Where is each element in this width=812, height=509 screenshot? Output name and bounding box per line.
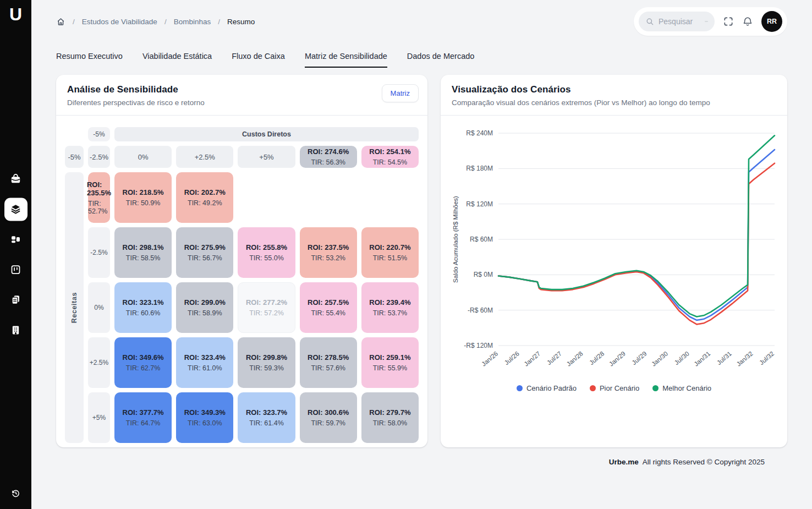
matrix-cell-roi: ROI: 254.1% — [369, 147, 410, 156]
legend-label: Cenário Padrão — [526, 384, 577, 392]
matrix-cell-roi: ROI: 323.4% — [184, 353, 226, 362]
svg-text:R$ 240M: R$ 240M — [466, 129, 493, 137]
matrix-cell[interactable]: ROI: 235.5%TIR: 52.7% — [88, 172, 110, 223]
matrix-cell-tir: TIR: 55.9% — [373, 364, 408, 372]
sidebar-item layers-icon[interactable] — [4, 198, 28, 221]
search-input[interactable] — [659, 17, 700, 26]
matrix-cell-roi: ROI: 202.7% — [184, 188, 226, 196]
footer: Urbe.me All rights Reserved © Copyright … — [56, 458, 787, 466]
svg-text:Jul/29: Jul/29 — [630, 350, 648, 366]
matrix-cell[interactable]: ROI: 220.7%TIR: 51.5% — [361, 227, 419, 278]
svg-text:Jan/26: Jan/26 — [480, 350, 499, 367]
matrix-cell[interactable]: ROI: 300.6%TIR: 59.7% — [300, 392, 357, 443]
sidebar-item briefcase-icon[interactable] — [4, 167, 28, 190]
matrix-cell-tir: TIR: 61.4% — [249, 419, 284, 427]
scenarios-card-header: Visualização dos Cenários Comparação vis… — [441, 75, 787, 116]
matrix-cell[interactable]: ROI: 255.8%TIR: 55.0% — [238, 227, 295, 278]
legend-item: Pior Cenário — [590, 384, 639, 392]
matrix-column-header: -5% — [65, 146, 84, 168]
matrix-cell[interactable]: ROI: 275.9%TIR: 56.7% — [176, 227, 233, 278]
matrix-cell-tir: TIR: 57.6% — [311, 364, 345, 372]
matrix-cell[interactable]: ROI: 299.8%TIR: 59.3% — [238, 337, 295, 388]
matriz-button[interactable]: Matriz — [382, 84, 419, 102]
avatar[interactable]: RR — [761, 11, 782, 32]
matrix-cell[interactable]: ROI: 349.6%TIR: 62.7% — [114, 337, 172, 388]
matrix-cell[interactable]: ROI: 323.7%TIR: 61.4% — [238, 392, 295, 443]
matrix-cell-roi: ROI: 323.1% — [123, 298, 164, 307]
matrix-cell[interactable]: ROI: 274.6%TIR: 56.3% — [300, 146, 357, 168]
sidebar-item documents-icon[interactable] — [4, 288, 28, 311]
tab-viabilidade-est-tica[interactable]: Viabilidade Estática — [142, 52, 212, 68]
matrix-cell[interactable]: ROI: 218.5%TIR: 50.9% — [114, 172, 172, 223]
breadcrumb-item[interactable]: Bombinhas — [174, 18, 211, 26]
home-icon[interactable] — [56, 17, 65, 26]
content: Análise de Sensibilidade Diferentes pers… — [56, 75, 787, 447]
tab-fluxo-de-caixa[interactable]: Fluxo de Caixa — [232, 52, 285, 68]
matrix-cell[interactable]: ROI: 239.4%TIR: 53.7% — [361, 282, 419, 333]
tab-matriz-de-sensibilidade[interactable]: Matriz de Sensibilidade — [305, 52, 387, 68]
matrix-cell[interactable]: ROI: 278.5%TIR: 57.6% — [300, 337, 357, 388]
matrix-cell[interactable]: ROI: 323.1%TIR: 60.6% — [114, 282, 172, 333]
tab-resumo-executivo[interactable]: Resumo Executivo — [56, 52, 123, 68]
tab-dados-de-mercado[interactable]: Dados de Mercado — [407, 52, 475, 68]
sidebar-item kanban-icon[interactable] — [4, 258, 28, 281]
matrix-cell[interactable]: ROI: 202.7%TIR: 49.2% — [176, 172, 233, 223]
legend-label: Melhor Cenário — [662, 384, 711, 392]
breadcrumb: /Estudos de Viabilidade/Bombinhas/Resumo — [56, 17, 255, 26]
chart-legend: Cenário PadrãoPior CenárioMelhor Cenário — [517, 384, 711, 392]
matrix-cell-tir: TIR: 58.5% — [126, 254, 161, 262]
matrix-cell[interactable]: ROI: 323.4%TIR: 61.0% — [176, 337, 233, 388]
matrix-cell-roi: ROI: 299.8% — [246, 353, 287, 362]
matrix-cell[interactable]: ROI: 298.1%TIR: 58.5% — [114, 227, 172, 278]
scenarios-chart-body: -R$ 120M-R$ 60MR$ 0MR$ 60MR$ 120MR$ 180M… — [441, 116, 787, 392]
matrix-cell[interactable]: ROI: 349.3%TIR: 63.0% — [176, 392, 233, 443]
svg-text:R$ 0M: R$ 0M — [474, 271, 493, 278]
matrix-cell[interactable]: ROI: 254.1%TIR: 54.5% — [361, 146, 419, 168]
matrix-cell-tir: TIR: 63.0% — [188, 419, 222, 427]
sensitivity-subtitle: Diferentes perspectivas de risco e retor… — [67, 98, 416, 107]
matrix-cell-tir: TIR: 62.7% — [126, 364, 161, 372]
svg-text:Jan/32: Jan/32 — [736, 350, 754, 367]
matrix-cell[interactable]: ROI: 279.7%TIR: 58.0% — [361, 392, 419, 443]
matrix-row-header: +5% — [88, 392, 110, 443]
svg-text:R$ 180M: R$ 180M — [466, 165, 493, 172]
matrix-cell[interactable]: ROI: 259.1%TIR: 55.9% — [361, 337, 419, 388]
scenarios-subtitle: Comparação visual dos cenários extremos … — [452, 98, 776, 107]
sidebar-item-history[interactable] — [4, 481, 28, 505]
sensitivity-card-header: Análise de Sensibilidade Diferentes pers… — [56, 75, 427, 116]
matrix-cell[interactable]: ROI: 277.2%TIR: 57.2% — [238, 282, 295, 333]
matrix-cell-roi: ROI: 255.8% — [246, 243, 287, 251]
matrix-cell[interactable]: ROI: 237.5%TIR: 53.2% — [300, 227, 357, 278]
matrix-row-header: 0% — [88, 282, 110, 333]
matrix-cell-tir: TIR: 56.3% — [311, 158, 345, 166]
matrix-cell-roi: ROI: 323.7% — [246, 408, 287, 417]
search-box[interactable] — [639, 12, 715, 31]
sidebar: U — [0, 0, 31, 509]
svg-text:-R$ 60M: -R$ 60M — [468, 307, 493, 314]
matrix-cell[interactable]: ROI: 299.0%TIR: 58.9% — [176, 282, 233, 333]
scenarios-card: Visualização dos Cenários Comparação vis… — [441, 75, 787, 447]
matrix-row-group-label: Receitas — [65, 172, 84, 443]
svg-text:Jan/27: Jan/27 — [523, 350, 541, 367]
svg-text:Jul/27: Jul/27 — [546, 350, 563, 366]
matrix-cell-tir: TIR: 55.0% — [249, 254, 284, 262]
fullscreen-button[interactable] — [723, 16, 734, 27]
svg-text:Jul/30: Jul/30 — [673, 350, 690, 366]
matrix-cell-roi: ROI: 349.3% — [184, 408, 226, 417]
notifications-button[interactable] — [742, 16, 753, 27]
matrix-cell-roi: ROI: 349.6% — [123, 353, 164, 362]
matrix-cell[interactable]: ROI: 257.5%TIR: 55.4% — [300, 282, 357, 333]
breadcrumb-item[interactable]: Estudos de Viabilidade — [82, 18, 157, 26]
matrix-cell-roi: ROI: 239.4% — [369, 298, 410, 307]
sidebar-item building-icon[interactable] — [4, 319, 28, 342]
topbar-actions: RR — [634, 7, 787, 36]
matrix-column-header: 0% — [114, 146, 172, 168]
legend-item: Melhor Cenário — [652, 384, 711, 392]
matrix-cell[interactable]: ROI: 377.7%TIR: 64.7% — [114, 392, 172, 443]
breadcrumb-separator: / — [218, 18, 220, 26]
footer-text: All rights Reserved © Copyright 2025 — [643, 458, 765, 466]
matrix-column-header: +5% — [238, 146, 295, 168]
sidebar-item dashboard-icon[interactable] — [4, 228, 28, 251]
matrix-column-group-label: Custos Diretos — [114, 127, 419, 141]
breadcrumb-separator: / — [73, 18, 75, 26]
